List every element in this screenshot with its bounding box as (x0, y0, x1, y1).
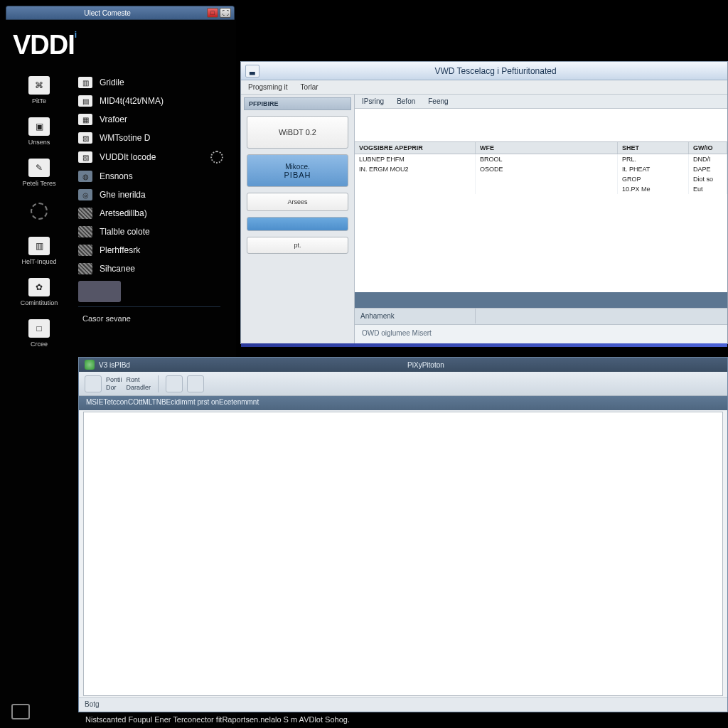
tile-selected[interactable]: Mikoce.PIBAH (247, 154, 348, 187)
sidebar-item[interactable]: ▤MID4t(4t2t/NMA) (78, 92, 236, 110)
sidebar-item[interactable]: ◎Ghe inerilda (78, 186, 236, 204)
sidebar-item[interactable]: ◍Ensnons (78, 167, 236, 186)
close-icon[interactable]: □ (207, 8, 218, 18)
status-bar: Botg (79, 697, 727, 712)
sidebar-icon-6[interactable]: □ (28, 319, 50, 338)
tab[interactable]: Befon (397, 97, 415, 105)
mini-titlebar: Ulect Comeste □ ⛶ (6, 6, 235, 20)
label-row: Anhamenk (355, 308, 727, 325)
left-panel: PFPIBIRE WiBDT 0.2 Mikoce.PIBAH Arsees p… (241, 95, 355, 343)
panel-footer: OWD oiglumee Misert (355, 325, 727, 343)
window-control-icon[interactable]: ⛶ (220, 8, 231, 18)
menu-item[interactable]: Torlar (301, 83, 318, 91)
data-table: VOGSIBRE APEPRIR WFE SHET GW/IO LUBNEP E… (355, 109, 727, 292)
sidebar-item[interactable]: Aretsedillba) (78, 204, 236, 223)
tab[interactable]: IPsring (362, 97, 384, 105)
sidebar-item[interactable]: ▦Vrafoer (78, 110, 236, 129)
spinner-icon (31, 203, 48, 220)
page-footer: Nistscanted Foupul Ener Terconector fitR… (85, 715, 350, 724)
sidebar-list: ▥Gridile ▤MID4t(4t2t/NMA) ▦Vrafoer ▧WMTs… (78, 73, 236, 358)
table-row[interactable]: LUBNEP EHFMBROOL PRL.DND/I (355, 154, 727, 164)
tile-small[interactable]: Arsees (247, 193, 348, 211)
secondary-window: V3 isPIBd PiXyPitoton Pontii Dor Ront Da… (78, 357, 728, 712)
sidebar-icon-2[interactable]: ✎ (28, 159, 50, 177)
sidebar-item[interactable]: ▥Gridile (78, 73, 236, 92)
sidebar-item[interactable]: ▨VUDDIt locode (78, 147, 236, 167)
toolbar-icon[interactable] (166, 375, 183, 392)
tile-bar[interactable] (247, 217, 348, 231)
secondary-titlebar: V3 isPIBd PiXyPitoton (79, 358, 727, 372)
sidebar-section-label: Casor sevane (82, 314, 236, 323)
logo: VDDIi (13, 30, 236, 60)
toolbar-icon[interactable] (85, 375, 102, 392)
sidebar-item[interactable]: ▧WMTsotine D (78, 129, 236, 147)
mini-titlebar-title: Ulect Comeste (9, 9, 205, 17)
main-window-titlebar: ▃ VWD Tescelacg i Peftiuritonated (241, 62, 727, 80)
sidebar-icon-1[interactable]: ▣ (28, 117, 50, 136)
sidebar-icon-4[interactable]: ▥ (28, 237, 50, 255)
sidebar-item[interactable]: Plerhffesrk (78, 241, 236, 259)
main-window-title: VWD Tescelacg i Peftiuritonated (264, 66, 727, 76)
table-row[interactable]: GROPDiot so (355, 174, 727, 184)
tile-main[interactable]: WiBDT 0.2 (247, 116, 348, 149)
main-menubar: Progsming it Torlar (241, 80, 727, 95)
sidebar-icon-column: ⌘ PitTe ▣ Unsens ✎ Peteli Teres ▥ HelT-I… (0, 73, 78, 358)
toolbar-icon[interactable] (187, 375, 204, 392)
secondary-title-center: PiXyPitoton (130, 361, 722, 369)
toolbar: Pontii Dor Ront Daradler (79, 372, 727, 396)
system-menu-icon[interactable]: ▃ (245, 65, 259, 77)
mid-bar (355, 292, 727, 308)
vehicle-icon (78, 281, 121, 302)
sidebar-icon-0[interactable]: ⌘ (28, 76, 50, 95)
tab[interactable]: Feeng (428, 97, 448, 105)
menu-item[interactable]: Progsming it (248, 83, 288, 91)
canvas-area[interactable] (83, 412, 723, 696)
info-bar: MSIETetcconCOttMLTNBEcidimmt prst onEcet… (79, 396, 727, 410)
sidebar-bottom-icon[interactable] (11, 704, 30, 719)
panel-head: PFPIBIRE (244, 97, 351, 110)
loading-icon (210, 151, 223, 164)
table-row[interactable]: IN. ERGM MOU2OSODE It. PHEATDAPE (355, 164, 727, 174)
sidebar-icon-5[interactable]: ✿ (28, 278, 50, 296)
tile-mini[interactable]: pt. (247, 237, 348, 254)
sidebar-item[interactable]: Tlalble colote (78, 223, 236, 241)
right-tabs: IPsring Befon Feeng (355, 95, 727, 109)
secondary-title-left: V3 isPIBd (99, 361, 130, 369)
app-icon (85, 360, 95, 370)
accent-bar (241, 343, 727, 347)
right-panel: IPsring Befon Feeng VOGSIBRE APEPRIR WFE… (355, 95, 727, 343)
main-window: ▃ VWD Tescelacg i Peftiuritonated Progsm… (240, 61, 728, 344)
sidebar-item[interactable]: Sihcanee (78, 259, 236, 278)
table-row[interactable]: 10.PX MeEut (355, 184, 727, 194)
